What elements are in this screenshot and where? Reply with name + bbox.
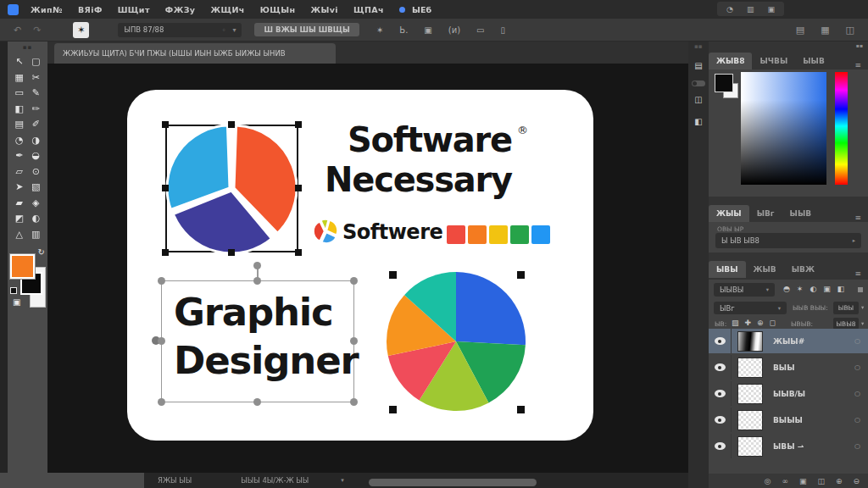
layer-lock-icon[interactable]: ○ [854, 337, 860, 345]
tool-icon-16[interactable]: ➤ [15, 182, 23, 192]
options-icon-2[interactable]: ▣ [424, 25, 431, 35]
layer-visibility-cell[interactable] [709, 329, 732, 353]
tool-icon-14[interactable]: ▱ [16, 167, 23, 177]
adjust-panel-tab-2[interactable]: ЫЫВ [782, 205, 820, 222]
panel-foreground-swatch[interactable] [715, 74, 733, 92]
layer-visibility-cell[interactable] [709, 381, 732, 406]
eye-icon[interactable] [715, 390, 726, 397]
options-segment[interactable]: Ш ВЖЫ ШЫ ШВЩЫ [254, 23, 359, 36]
artboard-card[interactable]: Software Necessary ® Softwere Graphic [127, 90, 593, 441]
document-tab[interactable]: ЖЖИЬУЫ ЩИТА) БЧИ ПЖЫ (ЫШЫ ИЫН ЫЖБ ЫИЖЫ Ы… [54, 43, 336, 64]
options-right-icon-0[interactable]: ▤ [796, 25, 804, 36]
color-gradient-square[interactable] [741, 72, 826, 185]
dock-panel-icon-2[interactable]: ◫ [692, 93, 705, 106]
layer-lock-icon[interactable]: ○ [854, 363, 860, 371]
pie-selection-handle[interactable] [517, 271, 525, 279]
filter-icon-0[interactable]: ◓ [783, 285, 790, 293]
app-logo-icon[interactable] [8, 4, 19, 15]
selection-handle[interactable] [228, 249, 235, 256]
dock-toggle[interactable] [692, 80, 705, 86]
text-selection-handle[interactable] [158, 337, 165, 345]
menu-item-7[interactable]: ЩПАч [353, 5, 384, 14]
adjust-panel-tab-0[interactable]: ЖЫЫ [709, 205, 749, 222]
tool-icon-13[interactable]: ◒ [31, 151, 40, 161]
filter-icon-2[interactable]: ◐ [810, 285, 816, 293]
tool-options-field[interactable]: ЫПВ 87/88 ◦ ▾ [118, 23, 242, 37]
layers-bottom-icon-2[interactable]: ▣ [799, 477, 807, 485]
active-tool-button[interactable]: ✶ [73, 22, 89, 38]
menu-item-6[interactable]: ЖЫvі [310, 5, 338, 14]
lock-icon-3[interactable]: ◻ [770, 319, 776, 327]
pie-selection-handle[interactable] [389, 406, 397, 413]
layer-visibility-cell[interactable] [709, 408, 732, 432]
eye-icon[interactable] [715, 337, 726, 345]
menu-right-icon-1[interactable]: ▥ [747, 5, 754, 14]
selection-handle[interactable] [162, 121, 169, 128]
tool-icon-5[interactable]: ✎ [32, 88, 40, 98]
layers-panel-tab-2[interactable]: ЫВЖ [784, 261, 822, 278]
selection-handle[interactable] [228, 121, 235, 128]
lock-icon-2[interactable]: ⊕ [757, 319, 764, 327]
tool-icon-10[interactable]: ◔ [15, 136, 24, 146]
selection-handle[interactable] [295, 185, 302, 191]
hue-slider[interactable] [835, 72, 848, 185]
layers-bottom-icon-0[interactable]: ◎ [765, 477, 771, 485]
opacity-caret-icon[interactable]: ▾ [861, 304, 864, 311]
color-panel-tab-1[interactable]: ЫЧВЫ [752, 53, 795, 69]
dock-panel-icon-1[interactable]: ▤ [692, 59, 705, 72]
tool-icon-9[interactable]: ✐ [32, 119, 40, 130]
canvas-area[interactable]: Software Necessary ® Softwere Graphic [47, 64, 688, 473]
layer-row-1[interactable]: ВЫЫ○ [709, 355, 868, 380]
lock-icon-0[interactable]: ▨ [732, 319, 739, 327]
pie-slice-yellow[interactable] [327, 220, 337, 235]
layer-row-2[interactable]: ЫЫВ/Ы○ [709, 381, 868, 406]
color-panel-menu-icon[interactable]: ≡ [854, 61, 868, 69]
filter-icon-4[interactable]: ◧ [837, 285, 845, 293]
dock-collapse-icon[interactable]: ▪▪ [694, 43, 703, 50]
tool-icon-11[interactable]: ◑ [31, 136, 40, 146]
layer-lock-icon[interactable]: ○ [854, 442, 860, 450]
layer-visibility-cell[interactable] [709, 434, 732, 458]
toolbar-collapse-icon[interactable]: ▪▪ [8, 41, 47, 51]
default-colors-icon[interactable] [10, 287, 17, 294]
tool-icon-7[interactable]: ✏ [32, 104, 40, 114]
lock-icon-1[interactable]: ✚ [745, 319, 752, 327]
tool-icon-19[interactable]: ◈ [32, 198, 39, 208]
options-icon-0[interactable]: ✶ [376, 25, 383, 35]
eye-icon[interactable] [715, 442, 726, 450]
menu-item-0[interactable]: Жип№ [31, 5, 63, 14]
layer-thumbnail[interactable] [737, 358, 763, 378]
eye-icon[interactable] [715, 416, 726, 424]
tool-icon-3[interactable]: ✂ [32, 73, 40, 83]
selection-handle[interactable] [162, 185, 169, 191]
menu-item-2[interactable]: ШЩит [118, 5, 150, 14]
layers-panel-tab-1[interactable]: ЖЫВ [746, 261, 784, 278]
fill-caret-icon[interactable]: ▾ [861, 320, 864, 327]
layer-thumbnail[interactable] [737, 436, 763, 457]
tool-icon-18[interactable]: ▰ [16, 198, 23, 208]
layer-lock-icon[interactable]: ○ [854, 390, 860, 397]
options-right-icon-1[interactable]: ▦ [821, 25, 829, 36]
eye-icon[interactable] [715, 363, 726, 371]
menu-item-5[interactable]: ЮЩЫн [260, 5, 296, 14]
tool-icon-12[interactable]: ✒ [15, 151, 23, 161]
layer-visibility-cell[interactable] [709, 355, 732, 380]
dock-panel-icon-3[interactable]: ◧ [692, 115, 705, 128]
field-dot-icon[interactable]: ◦ [222, 26, 226, 34]
adjust-dropdown[interactable]: Ы ЫВ ЫВ8 ▸ [715, 233, 861, 248]
filter-icon-3[interactable]: ▣ [823, 285, 831, 293]
options-right-icon-2[interactable]: ◫ [846, 25, 854, 36]
pie-selection-handle[interactable] [389, 271, 397, 279]
menu-item-1[interactable]: ВЯіФ [78, 5, 103, 14]
layer-lock-icon[interactable]: ○ [854, 416, 860, 424]
tool-icon-4[interactable]: ▭ [15, 88, 24, 98]
menu-right-icon-2[interactable]: ▣ [767, 5, 775, 14]
undo-icon[interactable]: ↶ [14, 25, 21, 36]
selection-handle[interactable] [295, 249, 302, 256]
layers-panel-menu-icon[interactable]: ≡ [854, 269, 868, 278]
selection-handle[interactable] [295, 121, 302, 128]
text-selection-handle[interactable] [253, 277, 261, 285]
text-selection-handle[interactable] [350, 398, 358, 406]
opacity-value[interactable]: ЫВЫ [833, 302, 859, 314]
tool-icon-17[interactable]: ▧ [31, 182, 40, 192]
